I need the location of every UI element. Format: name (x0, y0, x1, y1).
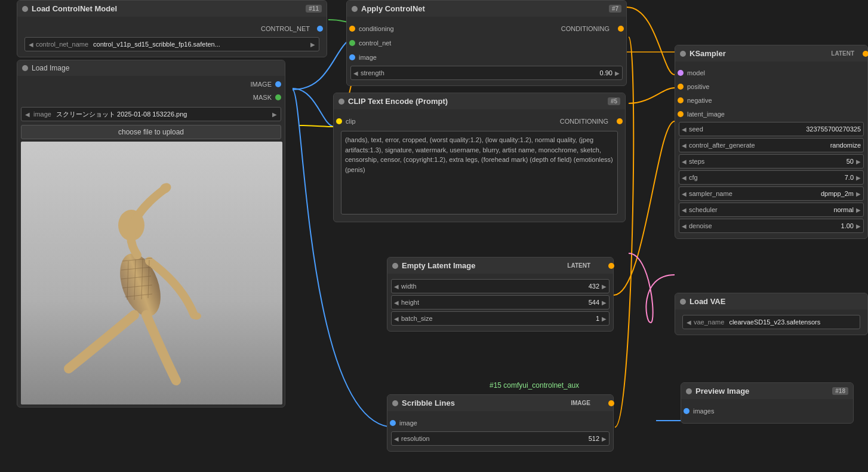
sampler-arrow-right[interactable]: ▶ (856, 191, 861, 197)
node-header-scribble: Scribble Lines IMAGE (387, 395, 613, 411)
ksampler-node: KSampler LATENT model positive negative … (675, 45, 868, 239)
cfg-value: 7.0 (845, 174, 854, 181)
seed-field[interactable]: ◀ seed 323755700270325 (679, 122, 864, 136)
cfg-arrow-right[interactable]: ▶ (856, 174, 861, 181)
input-port-positive[interactable] (678, 84, 684, 90)
sampler-arrow-left[interactable]: ◀ (682, 191, 687, 197)
width-arrow-right[interactable]: ▶ (602, 283, 607, 290)
batch-size-field[interactable]: ◀ batch_size 1 ▶ (391, 311, 610, 326)
filename-row[interactable]: ◀ image スクリーンショット 2025-01-08 153226.png … (21, 107, 281, 121)
preview-body: images (681, 399, 853, 423)
resolution-field[interactable]: ◀ resolution 512 ▶ (391, 431, 610, 446)
denoise-arrow-left[interactable]: ◀ (682, 223, 687, 229)
loadvae-status-dot (680, 299, 686, 305)
apply-controlnet-node: Apply ControlNet #7 conditioning CONDITI… (346, 0, 627, 86)
resolution-arrow-right[interactable]: ▶ (602, 436, 607, 442)
input-label-latent: latent_image (687, 111, 725, 118)
ksampler-title: KSampler (690, 49, 726, 58)
height-arrow-right[interactable]: ▶ (602, 299, 607, 306)
strength-arrow-right[interactable]: ▶ (615, 70, 620, 76)
field-arrow-left[interactable]: ◀ (29, 41, 33, 48)
ksampler-body: model positive negative latent_image ◀ s… (675, 62, 867, 238)
steps-arrow-right[interactable]: ▶ (856, 158, 861, 165)
batch-arrow-right[interactable]: ▶ (602, 315, 607, 322)
scribble-output-port[interactable] (608, 400, 614, 406)
denoise-field[interactable]: ◀ denoise 1.00 ▶ (679, 219, 864, 233)
scheduler-value: normal (833, 206, 854, 213)
steps-arrow-left[interactable]: ◀ (682, 158, 687, 165)
resolution-arrow-left[interactable]: ◀ (394, 436, 399, 442)
preview-image-node: Preview Image #18 images (681, 382, 854, 424)
output-port-image[interactable] (275, 81, 281, 87)
scheduler-arrow-left[interactable]: ◀ (682, 207, 687, 213)
cfg-arrow-left[interactable]: ◀ (682, 174, 687, 181)
ksampler-output-port[interactable] (863, 51, 868, 57)
input-label-conditioning: conditioning (359, 25, 394, 32)
cag-arrow-left[interactable]: ◀ (682, 142, 687, 149)
steps-field[interactable]: ◀ steps 50 ▶ (679, 154, 864, 168)
seed-arrow-left[interactable]: ◀ (682, 126, 687, 133)
load-image-node: Load Image IMAGE MASK ◀ image スクリーンショット … (17, 60, 285, 407)
input-label-clip: clip (346, 118, 356, 125)
output-port-controlnet[interactable] (317, 26, 323, 32)
strength-value: 0.90 (600, 69, 612, 76)
input-label-positive: positive (687, 83, 709, 90)
vae-name-label: vae_name (694, 318, 724, 326)
batch-value: 1 (596, 315, 599, 322)
input-port-control-net[interactable] (349, 40, 355, 46)
preview-status-dot (686, 388, 692, 394)
input-port-scribble-image[interactable] (390, 420, 396, 426)
upload-button[interactable]: choose file to upload (21, 125, 281, 139)
load-image-title: Load Image (32, 64, 69, 72)
output-port-cn-conditioning[interactable] (618, 26, 624, 32)
scheduler-arrow-right[interactable]: ▶ (856, 207, 861, 213)
output-port-mask[interactable] (275, 94, 281, 100)
scheduler-label: scheduler (689, 206, 833, 213)
denoise-label: denoise (689, 222, 841, 229)
sampler-value: dpmpp_2m (821, 190, 854, 197)
load-controlnet-model-node: Load ControlNet Model #11 CONTROL_NET ◀ … (17, 0, 327, 57)
width-value: 432 (589, 283, 599, 290)
load-vae-node: Load VAE ◀ vae_name clearvaeSD15_v23.saf… (675, 293, 868, 335)
field-arrow-right[interactable]: ▶ (310, 41, 315, 48)
input-port-latent[interactable] (678, 111, 684, 117)
batch-arrow-left[interactable]: ◀ (394, 315, 399, 322)
input-port-conditioning[interactable] (349, 26, 355, 32)
height-arrow-left[interactable]: ◀ (394, 299, 399, 306)
width-field[interactable]: ◀ width 432 ▶ (391, 279, 610, 293)
cag-value: randomize (830, 142, 861, 149)
loadvae-title: Load VAE (690, 297, 725, 306)
height-field[interactable]: ◀ height 544 ▶ (391, 295, 610, 309)
vae-arrow-left[interactable]: ◀ (687, 319, 691, 326)
control-after-generate-field[interactable]: ◀ control_after_generate randomize (679, 138, 864, 152)
input-label-model: model (687, 69, 705, 76)
strength-field[interactable]: ◀ strength 0.90 ▶ (350, 66, 623, 80)
steps-value: 50 (847, 158, 854, 165)
apply-cn-title: Apply ControlNet (361, 4, 425, 13)
input-port-model[interactable] (678, 70, 684, 76)
canvas-area: Load ControlNet Model #11 CONTROL_NET ◀ … (0, 0, 868, 472)
clip-text-content[interactable]: (hands), text, error, cropped, (worst qu… (341, 131, 618, 214)
vae-name-field[interactable]: ◀ vae_name clearvaeSD15_v23.safetensors (682, 315, 860, 329)
denoise-arrow-right[interactable]: ▶ (856, 223, 861, 229)
output-port-clip-cond[interactable] (617, 118, 623, 124)
input-label-scribble-image: image (399, 419, 417, 427)
width-arrow-left[interactable]: ◀ (394, 283, 399, 290)
input-port-image[interactable] (349, 54, 355, 60)
cag-label: control_after_generate (689, 142, 830, 149)
node-header-load-image: Load Image (17, 60, 285, 76)
filename-arrow-right[interactable]: ▶ (272, 111, 277, 118)
node-title-controlnet: Load ControlNet Model (32, 4, 117, 13)
input-port-clip[interactable] (336, 118, 342, 124)
scheduler-field[interactable]: ◀ scheduler normal ▶ (679, 203, 864, 217)
height-value: 544 (589, 299, 599, 306)
filename-arrow-left[interactable]: ◀ (25, 111, 30, 118)
strength-label: strength (361, 69, 600, 76)
cfg-field[interactable]: ◀ cfg 7.0 ▶ (679, 170, 864, 185)
input-port-preview-images[interactable] (684, 408, 690, 414)
sampler-name-field[interactable]: ◀ sampler_name dpmpp_2m ▶ (679, 186, 864, 201)
strength-arrow-left[interactable]: ◀ (353, 70, 358, 76)
control-net-name-field[interactable]: ◀ control_net_name control_v11p_sd15_scr… (24, 37, 319, 51)
latent-output-port[interactable] (608, 263, 614, 269)
input-port-negative[interactable] (678, 97, 684, 103)
